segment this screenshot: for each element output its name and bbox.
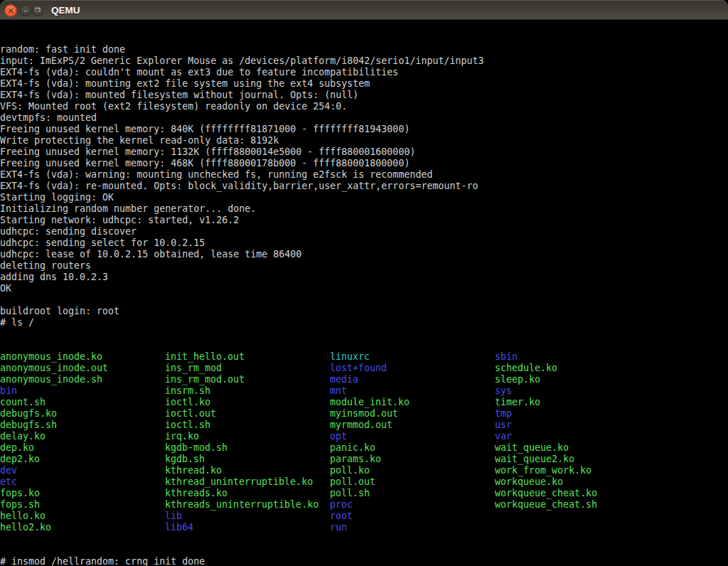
ls-entry-executable: fops.sh [0,499,165,511]
ls-entry-executable: wait_queue.ko [495,442,660,454]
ls-row: anonymous_inode.shins_rm_mod.outmediasle… [0,374,728,385]
ls-entry-executable: kthreads.ko [165,488,330,499]
window-title: QEMU [51,1,80,21]
ls-entry-executable: kthreads_uninterruptible.ko [165,499,330,511]
ls-entry-directory: sys [495,385,660,397]
console-line: udhcpc: sending discover [0,226,728,237]
ls-row: delay.koirq.kooptvar [0,431,728,442]
ls-entry-executable: kthread.ko [165,465,330,476]
ls-entry-executable: kgdb.sh [165,454,330,465]
ls-entry-directory: mnt [330,385,495,397]
console-line: input: ImExPS/2 Generic Explorer Mouse a… [0,55,728,67]
ls-entry-executable: ioctl.sh [165,420,330,431]
maximize-icon: ❒ [35,8,40,14]
console-line: Initializing random number generator... … [0,203,728,215]
ls-entry-executable: ins_rm_mod.out [165,374,330,385]
console-line: EXT4-fs (vda): mounted filesystem withou… [0,90,728,101]
ls-row: fops.shkthreads_uninterruptible.koprocwo… [0,499,728,511]
minimize-button[interactable]: – [20,5,31,16]
console-line: EXT4-fs (vda): mounting ext2 file system… [0,78,728,90]
ls-row: debugfs.koioctl.outmyinsmod.outtmp [0,408,728,420]
ls-entry-executable: module_init.ko [330,397,495,408]
ls-entry-executable: poll.out [330,476,495,488]
ls-entry-directory: dev [0,465,165,476]
ls-entry-symlink: linuxrc [330,351,495,363]
ls-row: hello2.kolib64run [0,522,728,533]
console-line: # insmod /hellrandom: crng init done [0,556,728,566]
ls-entry-directory: etc [0,476,165,488]
ls-entry-executable: anonymous_inode.ko [0,351,165,363]
tail-log: # insmod /hellrandom: crng init done# in… [0,556,728,566]
ls-entry-executable: workqueue_cheat.ko [495,488,660,499]
ls-entry-directory: media [330,374,495,385]
console-line: VFS: Mounted root (ext2 filesystem) read… [0,101,728,112]
ls-row: hello.kolibroot [0,511,728,522]
console-line: devtmpfs: mounted [0,112,728,124]
ls-entry-empty [495,511,660,522]
ls-row: dep2.kokgdb.shparams.kowait_queue2.ko [0,454,728,465]
ls-entry-executable: hello.ko [0,511,165,522]
console-line: EXT4-fs (vda): warning: mounting uncheck… [0,169,728,181]
ls-row: anonymous_inode.outins_rm_modlost+founds… [0,363,728,374]
console-line: Freeing unused kernel memory: 840K (ffff… [0,124,728,135]
ls-entry-executable: dep2.ko [0,454,165,465]
console-line: Starting network: udhcpc: started, v1.26… [0,215,728,226]
ls-entry-executable: ins_rm_mod [165,363,330,374]
ls-entry-directory: lib [165,511,330,522]
close-icon: ✕ [7,7,14,15]
console-line: buildroot login: root [0,306,728,317]
minimize-icon: – [24,7,28,14]
console-line: Freeing unused kernel memory: 1132K (fff… [0,146,728,158]
ls-entry-executable: kthread_uninterruptible.ko [165,476,330,488]
ls-entry-executable: poll.ko [330,465,495,476]
ls-row: debugfs.shioctl.shmyrmmod.outusr [0,420,728,431]
console-line: adding dns 10.0.2.3 [0,272,728,283]
console-line: udhcpc: lease of 10.0.2.15 obtained, lea… [0,249,728,260]
ls-entry-executable: anonymous_inode.out [0,363,165,374]
ls-row: dep.kokgdb-mod.shpanic.kowait_queue.ko [0,442,728,454]
console-line: Freeing unused kernel memory: 468K (ffff… [0,158,728,169]
ls-row: etckthread_uninterruptible.kopoll.outwor… [0,476,728,488]
ls-entry-executable: count.sh [0,397,165,408]
ls-entry-executable: wait_queue2.ko [495,454,660,465]
ls-entry-executable: insrm.sh [165,385,330,397]
ls-row: count.shioctl.komodule_init.kotimer.ko [0,397,728,408]
close-button[interactable]: ✕ [4,4,17,17]
ls-entry-executable: ioctl.ko [165,397,330,408]
ls-entry-executable: panic.ko [330,442,495,454]
window-titlebar[interactable]: ✕ – ❒ QEMU [0,0,728,20]
ls-row: bininsrm.shmntsys [0,385,728,397]
ls-entry-executable: sleep.ko [495,374,660,385]
console-line: EXT4-fs (vda): couldn't mount as ext3 du… [0,67,728,78]
ls-entry-executable: workqueue_cheat.sh [495,499,660,511]
console-line: deleting routers [0,260,728,272]
ls-row: fops.kokthreads.kopoll.shworkqueue_cheat… [0,488,728,499]
console-line: # ls / [0,317,728,329]
ls-entry-executable: kgdb-mod.sh [165,442,330,454]
console-line: EXT4-fs (vda): re-mounted. Opts: block_v… [0,181,728,192]
ls-entry-directory: tmp [495,408,660,420]
ls-entry-executable: debugfs.sh [0,420,165,431]
ls-entry-executable: work_from_work.ko [495,465,660,476]
console-line: Starting logging: OK [0,192,728,203]
ls-entry-directory: var [495,431,660,442]
ls-entry-directory: proc [330,499,495,511]
ls-entry-executable: myrmmod.out [330,420,495,431]
ls-entry-directory: lib64 [165,522,330,533]
console-line: random: fast init done [0,44,728,55]
qemu-console-screen[interactable]: random: fast init doneinput: ImExPS/2 Ge… [0,20,728,566]
ls-entry-executable: debugfs.ko [0,408,165,420]
console-line: OK [0,283,728,294]
ls-entry-directory: root [330,511,495,522]
ls-entry-executable: anonymous_inode.sh [0,374,165,385]
maximize-button[interactable]: ❒ [32,5,43,16]
ls-entry-executable: poll.sh [330,488,495,499]
boot-log: random: fast init doneinput: ImExPS/2 Ge… [0,44,728,329]
ls-row: anonymous_inode.koinit_hello.outlinuxrcs… [0,351,728,363]
console-line [0,294,728,306]
ls-entry-executable: hello2.ko [0,522,165,533]
ls-entry-directory: bin [0,385,165,397]
console-line: Write protecting the kernel read-only da… [0,135,728,146]
ls-entry-executable: timer.ko [495,397,660,408]
ls-entry-executable: dep.ko [0,442,165,454]
